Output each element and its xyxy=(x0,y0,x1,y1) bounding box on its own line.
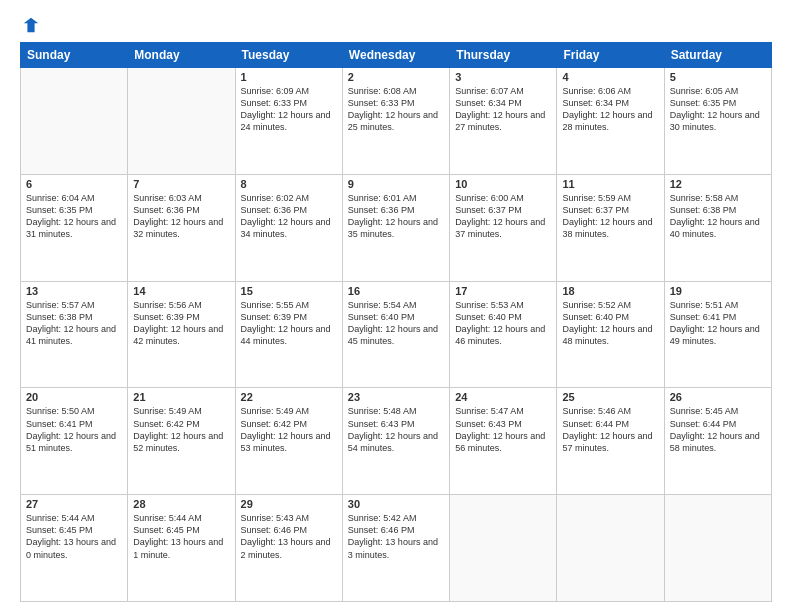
day-info: Sunrise: 6:07 AM Sunset: 6:34 PM Dayligh… xyxy=(455,85,551,134)
sunset-text: Sunset: 6:42 PM xyxy=(241,418,337,430)
calendar-cell: 24 Sunrise: 5:47 AM Sunset: 6:43 PM Dayl… xyxy=(450,388,557,495)
day-number: 11 xyxy=(562,178,658,190)
calendar-cell xyxy=(557,495,664,602)
sunrise-text: Sunrise: 6:04 AM xyxy=(26,192,122,204)
day-number: 4 xyxy=(562,71,658,83)
daylight-text: Daylight: 12 hours and 46 minutes. xyxy=(455,323,551,347)
sunset-text: Sunset: 6:40 PM xyxy=(455,311,551,323)
daylight-text: Daylight: 12 hours and 52 minutes. xyxy=(133,430,229,454)
sunrise-text: Sunrise: 5:50 AM xyxy=(26,405,122,417)
day-number: 6 xyxy=(26,178,122,190)
daylight-text: Daylight: 12 hours and 34 minutes. xyxy=(241,216,337,240)
calendar-cell: 9 Sunrise: 6:01 AM Sunset: 6:36 PM Dayli… xyxy=(342,174,449,281)
day-number: 7 xyxy=(133,178,229,190)
daylight-text: Daylight: 12 hours and 56 minutes. xyxy=(455,430,551,454)
day-info: Sunrise: 5:47 AM Sunset: 6:43 PM Dayligh… xyxy=(455,405,551,454)
day-number: 20 xyxy=(26,391,122,403)
calendar-cell xyxy=(128,68,235,175)
daylight-text: Daylight: 12 hours and 30 minutes. xyxy=(670,109,766,133)
sunrise-text: Sunrise: 5:44 AM xyxy=(26,512,122,524)
calendar-cell: 20 Sunrise: 5:50 AM Sunset: 6:41 PM Dayl… xyxy=(21,388,128,495)
day-number: 30 xyxy=(348,498,444,510)
week-row-4: 27 Sunrise: 5:44 AM Sunset: 6:45 PM Dayl… xyxy=(21,495,772,602)
day-number: 21 xyxy=(133,391,229,403)
calendar-cell: 30 Sunrise: 5:42 AM Sunset: 6:46 PM Dayl… xyxy=(342,495,449,602)
sunset-text: Sunset: 6:36 PM xyxy=(241,204,337,216)
calendar-cell: 2 Sunrise: 6:08 AM Sunset: 6:33 PM Dayli… xyxy=(342,68,449,175)
sunrise-text: Sunrise: 5:48 AM xyxy=(348,405,444,417)
daylight-text: Daylight: 12 hours and 40 minutes. xyxy=(670,216,766,240)
sunset-text: Sunset: 6:40 PM xyxy=(348,311,444,323)
calendar-cell: 28 Sunrise: 5:44 AM Sunset: 6:45 PM Dayl… xyxy=(128,495,235,602)
day-number: 17 xyxy=(455,285,551,297)
svg-marker-0 xyxy=(24,18,38,32)
calendar-cell: 14 Sunrise: 5:56 AM Sunset: 6:39 PM Dayl… xyxy=(128,281,235,388)
calendar-cell: 4 Sunrise: 6:06 AM Sunset: 6:34 PM Dayli… xyxy=(557,68,664,175)
sunset-text: Sunset: 6:33 PM xyxy=(348,97,444,109)
day-number: 14 xyxy=(133,285,229,297)
day-number: 2 xyxy=(348,71,444,83)
sunrise-text: Sunrise: 5:49 AM xyxy=(241,405,337,417)
daylight-text: Daylight: 12 hours and 32 minutes. xyxy=(133,216,229,240)
day-number: 8 xyxy=(241,178,337,190)
daylight-text: Daylight: 12 hours and 53 minutes. xyxy=(241,430,337,454)
logo xyxy=(20,16,40,34)
daylight-text: Daylight: 12 hours and 45 minutes. xyxy=(348,323,444,347)
daylight-text: Daylight: 12 hours and 41 minutes. xyxy=(26,323,122,347)
sunset-text: Sunset: 6:45 PM xyxy=(133,524,229,536)
day-info: Sunrise: 6:03 AM Sunset: 6:36 PM Dayligh… xyxy=(133,192,229,241)
day-info: Sunrise: 5:59 AM Sunset: 6:37 PM Dayligh… xyxy=(562,192,658,241)
day-info: Sunrise: 6:00 AM Sunset: 6:37 PM Dayligh… xyxy=(455,192,551,241)
calendar-cell: 22 Sunrise: 5:49 AM Sunset: 6:42 PM Dayl… xyxy=(235,388,342,495)
day-number: 19 xyxy=(670,285,766,297)
day-info: Sunrise: 5:49 AM Sunset: 6:42 PM Dayligh… xyxy=(133,405,229,454)
calendar-cell: 8 Sunrise: 6:02 AM Sunset: 6:36 PM Dayli… xyxy=(235,174,342,281)
day-info: Sunrise: 6:09 AM Sunset: 6:33 PM Dayligh… xyxy=(241,85,337,134)
calendar-cell: 19 Sunrise: 5:51 AM Sunset: 6:41 PM Dayl… xyxy=(664,281,771,388)
sunset-text: Sunset: 6:39 PM xyxy=(133,311,229,323)
col-header-thursday: Thursday xyxy=(450,43,557,68)
day-info: Sunrise: 5:45 AM Sunset: 6:44 PM Dayligh… xyxy=(670,405,766,454)
week-row-3: 20 Sunrise: 5:50 AM Sunset: 6:41 PM Dayl… xyxy=(21,388,772,495)
sunset-text: Sunset: 6:41 PM xyxy=(26,418,122,430)
day-number: 18 xyxy=(562,285,658,297)
sunrise-text: Sunrise: 5:47 AM xyxy=(455,405,551,417)
sunset-text: Sunset: 6:38 PM xyxy=(26,311,122,323)
sunrise-text: Sunrise: 6:02 AM xyxy=(241,192,337,204)
daylight-text: Daylight: 13 hours and 2 minutes. xyxy=(241,536,337,560)
sunrise-text: Sunrise: 6:08 AM xyxy=(348,85,444,97)
sunrise-text: Sunrise: 5:54 AM xyxy=(348,299,444,311)
col-header-monday: Monday xyxy=(128,43,235,68)
day-info: Sunrise: 5:44 AM Sunset: 6:45 PM Dayligh… xyxy=(26,512,122,561)
day-info: Sunrise: 5:54 AM Sunset: 6:40 PM Dayligh… xyxy=(348,299,444,348)
sunset-text: Sunset: 6:46 PM xyxy=(348,524,444,536)
daylight-text: Daylight: 12 hours and 38 minutes. xyxy=(562,216,658,240)
col-header-tuesday: Tuesday xyxy=(235,43,342,68)
logo-flag-icon xyxy=(22,16,40,34)
daylight-text: Daylight: 12 hours and 54 minutes. xyxy=(348,430,444,454)
daylight-text: Daylight: 12 hours and 51 minutes. xyxy=(26,430,122,454)
calendar-cell: 7 Sunrise: 6:03 AM Sunset: 6:36 PM Dayli… xyxy=(128,174,235,281)
sunset-text: Sunset: 6:44 PM xyxy=(670,418,766,430)
sunset-text: Sunset: 6:43 PM xyxy=(455,418,551,430)
sunrise-text: Sunrise: 5:52 AM xyxy=(562,299,658,311)
day-number: 28 xyxy=(133,498,229,510)
sunset-text: Sunset: 6:38 PM xyxy=(670,204,766,216)
header xyxy=(20,16,772,34)
calendar-cell: 21 Sunrise: 5:49 AM Sunset: 6:42 PM Dayl… xyxy=(128,388,235,495)
daylight-text: Daylight: 12 hours and 27 minutes. xyxy=(455,109,551,133)
day-info: Sunrise: 5:57 AM Sunset: 6:38 PM Dayligh… xyxy=(26,299,122,348)
sunset-text: Sunset: 6:41 PM xyxy=(670,311,766,323)
day-number: 22 xyxy=(241,391,337,403)
day-number: 25 xyxy=(562,391,658,403)
calendar-cell: 5 Sunrise: 6:05 AM Sunset: 6:35 PM Dayli… xyxy=(664,68,771,175)
day-info: Sunrise: 5:51 AM Sunset: 6:41 PM Dayligh… xyxy=(670,299,766,348)
sunrise-text: Sunrise: 5:51 AM xyxy=(670,299,766,311)
day-info: Sunrise: 5:58 AM Sunset: 6:38 PM Dayligh… xyxy=(670,192,766,241)
day-info: Sunrise: 5:55 AM Sunset: 6:39 PM Dayligh… xyxy=(241,299,337,348)
sunset-text: Sunset: 6:36 PM xyxy=(348,204,444,216)
calendar-cell: 15 Sunrise: 5:55 AM Sunset: 6:39 PM Dayl… xyxy=(235,281,342,388)
day-info: Sunrise: 6:06 AM Sunset: 6:34 PM Dayligh… xyxy=(562,85,658,134)
day-number: 15 xyxy=(241,285,337,297)
sunset-text: Sunset: 6:35 PM xyxy=(670,97,766,109)
